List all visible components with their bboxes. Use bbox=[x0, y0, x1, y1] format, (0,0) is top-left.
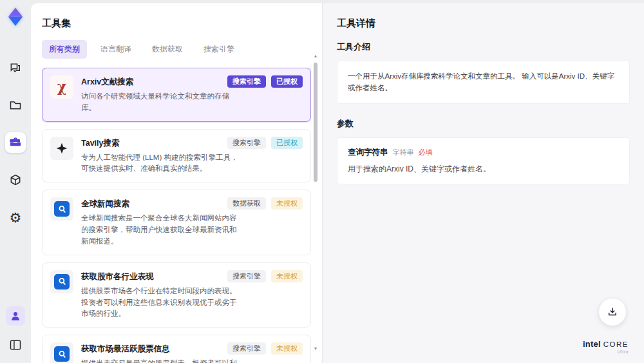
tool-description: 专为人工智能代理 (LLM) 构建的搜索引擎工具，可快速提供实时、准确和真实的结… bbox=[81, 152, 239, 175]
tool-card-sector-performance[interactable]: 获取股市各行业表现 搜索引擎 未授权 提供股票市场各个行业在特定时间段内的表现。… bbox=[42, 262, 311, 328]
intel-wordmark: intel bbox=[583, 339, 601, 349]
tool-card-global-news[interactable]: 全球新闻搜索 数据获取 未授权 全球新闻搜索是一个聚合全球各大新闻网站内容的搜索… bbox=[42, 190, 311, 255]
download-button[interactable] bbox=[599, 299, 626, 326]
tool-card-arxiv[interactable]: χ Arxiv文献搜索 搜索引擎 已授权 访问各个研究领域大量科学论文和文章的存… bbox=[42, 68, 311, 122]
tool-card-tavily[interactable]: Tavily搜索 搜索引擎 已授权 专为人工智能代理 (LLM) 构建的搜索引擎… bbox=[42, 129, 311, 183]
param-description: 用于搜索的Arxiv ID、关键字或作者姓名。 bbox=[348, 164, 619, 175]
auth-status-badge: 未授权 bbox=[271, 342, 303, 355]
tool-description: 访问各个研究领域大量科学论文和文章的存储库。 bbox=[81, 91, 239, 114]
settings-gear-icon[interactable]: ⚙ bbox=[5, 207, 26, 228]
blue-search-icon bbox=[50, 270, 73, 293]
scroll-up-arrow[interactable]: ▲ bbox=[313, 54, 318, 59]
category-badge: 搜索引擎 bbox=[227, 137, 266, 149]
tab-data-acquisition[interactable]: 数据获取 bbox=[145, 40, 190, 59]
core-wordmark: CORE bbox=[603, 340, 629, 348]
param-required-flag: 必填 bbox=[419, 148, 433, 157]
intro-heading: 工具介绍 bbox=[337, 41, 630, 53]
blue-search-icon bbox=[50, 342, 73, 363]
scroll-down-arrow[interactable]: ▼ bbox=[313, 346, 318, 351]
tab-all-categories[interactable]: 所有类别 bbox=[42, 40, 87, 59]
app-logo-icon bbox=[6, 6, 25, 28]
tab-search-engine[interactable]: 搜索引擎 bbox=[196, 40, 242, 59]
user-avatar-icon[interactable] bbox=[6, 306, 25, 326]
category-badge: 搜索引擎 bbox=[227, 342, 266, 355]
tool-title: Arxiv文献搜索 bbox=[81, 75, 222, 88]
tool-title: 获取市场最活跃股票信息 bbox=[81, 342, 222, 355]
tavily-star-icon bbox=[50, 137, 73, 160]
tool-title: 全球新闻搜索 bbox=[81, 197, 222, 210]
auth-status-badge: 未授权 bbox=[271, 270, 303, 282]
intel-core-logo: intel CORE Ultra bbox=[583, 339, 629, 354]
detail-title: 工具详情 bbox=[337, 17, 630, 30]
category-badge: 数据获取 bbox=[227, 197, 266, 210]
intro-text: 一个用于从Arxiv存储库搜索科学论文和文章的工具。 输入可以是Arxiv ID… bbox=[348, 70, 619, 94]
app-window: ⚙ 工具集 所有类别 语言翻译 数据获取 搜索引擎 bbox=[0, 0, 644, 363]
tab-language-translation[interactable]: 语言翻译 bbox=[93, 40, 138, 59]
tool-list: χ Arxiv文献搜索 搜索引擎 已授权 访问各个研究领域大量科学论文和文章的存… bbox=[42, 68, 311, 363]
tool-title: Tavily搜索 bbox=[81, 137, 222, 149]
auth-status-badge: 未授权 bbox=[271, 197, 303, 210]
intro-box: 一个用于从Arxiv存储库搜索科学论文和文章的工具。 输入可以是Arxiv ID… bbox=[337, 61, 630, 104]
cube-icon[interactable] bbox=[5, 170, 26, 190]
tool-description: 提供当天交易量最高的股票列表，投资者可以利用这些信息来识别流动性强的股票和潜在的… bbox=[81, 358, 239, 363]
intel-core-sub-label: Ultra bbox=[583, 349, 629, 354]
tool-title: 获取股市各行业表现 bbox=[81, 270, 222, 282]
chat-icon[interactable] bbox=[5, 57, 26, 78]
category-tabs: 所有类别 语言翻译 数据获取 搜索引擎 bbox=[42, 40, 322, 59]
sidebar-rail: ⚙ bbox=[0, 0, 31, 363]
list-scrollbar: ▲ ▼ bbox=[313, 54, 318, 357]
page-title: 工具集 bbox=[42, 17, 322, 30]
folder-icon[interactable] bbox=[5, 95, 26, 115]
tool-list-panel: 工具集 所有类别 语言翻译 数据获取 搜索引擎 χ Arxiv文献搜索 bbox=[31, 3, 322, 363]
category-badge: 搜索引擎 bbox=[227, 270, 266, 282]
category-badge: 搜索引擎 bbox=[227, 75, 266, 88]
tool-description: 全球新闻搜索是一个聚合全球各大新闻网站内容的搜索引擎，帮助用户快速获取全球最新资… bbox=[81, 213, 239, 247]
auth-status-badge: 已授权 bbox=[271, 137, 303, 149]
blue-search-icon bbox=[50, 197, 73, 221]
tool-card-most-active-stocks[interactable]: 获取市场最活跃股票信息 搜索引擎 未授权 提供当天交易量最高的股票列表，投资者可… bbox=[42, 335, 311, 363]
collapse-panel-icon[interactable] bbox=[5, 335, 26, 355]
toolbox-icon-active[interactable] bbox=[5, 132, 26, 153]
param-name: 查询字符串 bbox=[348, 147, 388, 158]
tool-description: 提供股票市场各个行业在特定时间段内的表现。投资者可以利用这些信息来识别表现优于或… bbox=[81, 286, 239, 320]
params-heading: 参数 bbox=[337, 118, 630, 130]
param-box: 查询字符串 字符串 必填 用于搜索的Arxiv ID、关键字或作者姓名。 bbox=[337, 137, 630, 184]
tool-detail-panel: 工具详情 工具介绍 一个用于从Arxiv存储库搜索科学论文和文章的工具。 输入可… bbox=[322, 3, 644, 363]
arxiv-logo-icon: χ bbox=[50, 75, 73, 99]
scrollbar-thumb[interactable] bbox=[314, 63, 317, 182]
param-type: 字符串 bbox=[393, 148, 414, 157]
auth-status-badge: 已授权 bbox=[271, 75, 303, 88]
